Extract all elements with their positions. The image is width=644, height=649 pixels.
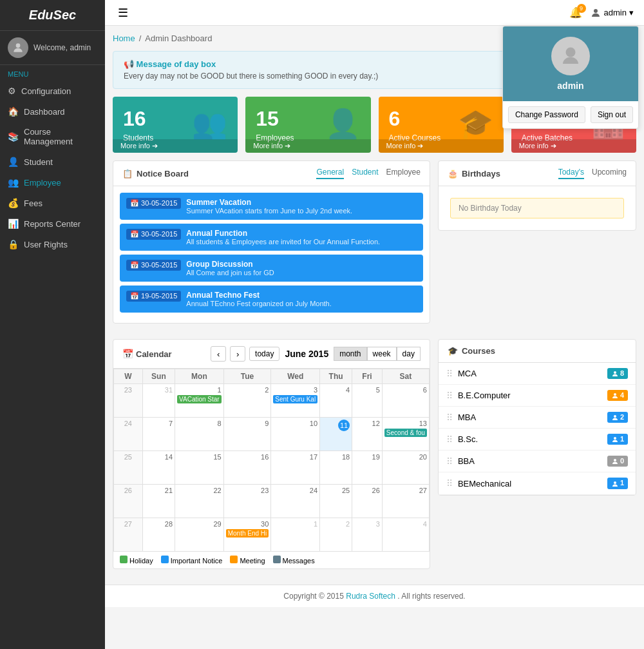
sidebar-item-fees[interactable]: 💰 Fees [0,193,105,213]
course-item-bsc[interactable]: ⠿ B.Sc. 1 [439,429,636,450]
sidebar-item-configuration[interactable]: ⚙ Configuration [0,81,105,101]
calendar-next-button[interactable]: › [230,346,245,362]
week-number: 27 [114,518,143,552]
calendar-day[interactable]: 21 [142,485,175,518]
meeting-color [230,556,238,563]
calendar-day[interactable]: 27 [382,485,429,518]
calendar-icon: 📅 [122,349,133,359]
calendar-day[interactable]: 4 [320,384,352,418]
drag-icon: ⠿ [446,434,453,445]
calendar-day[interactable]: 3Sent Guru Kal [271,384,320,418]
calendar-day[interactable]: 26 [352,485,383,518]
calendar-day[interactable]: 24 [271,485,320,518]
calendar-day[interactable]: 2 [320,518,352,552]
calendar-day[interactable]: 20 [382,451,429,485]
calendar-day[interactable]: 16 [223,451,271,485]
calendar-day[interactable]: 6 [382,384,429,418]
stat-more[interactable]: More info ➔ [379,139,504,153]
sidebar-item-reports-center[interactable]: 📊 Reports Center [0,213,105,234]
course-left: ⠿ B.E.Computer [446,391,511,401]
calendar-day[interactable]: 4 [382,518,429,552]
calendar-day[interactable]: 3 [352,518,383,552]
course-item-becomputer[interactable]: ⠿ B.E.Computer 4 [439,385,636,407]
course-left: ⠿ MBA [446,412,476,423]
change-password-button[interactable]: Change Password [508,106,585,123]
svg-point-0 [16,43,21,48]
calendar-label: Calendar [136,349,172,359]
course-name: BEMechanical [458,479,511,489]
course-left: ⠿ BEMechanical [446,478,511,489]
calendar-day[interactable]: 9 [223,418,271,451]
course-item-bba[interactable]: ⠿ BBA 0 [439,450,636,472]
view-month-button[interactable]: month [334,347,366,361]
admin-popup: admin Change Password Sign out [502,26,639,129]
stat-number: 16 [123,107,153,131]
sidebar-item-label: User Rights [24,240,68,249]
sidebar-item-employee[interactable]: 👥 Employee [0,172,105,193]
calendar-day[interactable]: 2 [223,384,271,418]
sidebar-item-student[interactable]: 👤 Student [0,151,105,172]
view-day-button[interactable]: day [397,347,421,361]
sidebar-item-dashboard[interactable]: 🏠 Dashboard [0,101,105,122]
calendar-day[interactable]: 31 [142,384,175,418]
calendar-nav: ‹ › today [211,346,279,362]
sidebar-user: Welcome, admin [0,31,105,65]
calendar-day[interactable]: 7 [142,418,175,451]
calendar-day[interactable]: 1 [271,518,320,552]
tab-employee[interactable]: Employee [386,168,421,179]
calendar-day[interactable]: 5 [352,384,383,418]
course-item-bemechanical[interactable]: ⠿ BEMechanical 1 [439,472,636,494]
stat-more[interactable]: More info ➔ [245,139,370,153]
calendar-day[interactable]: 17 [271,451,320,485]
view-week-button[interactable]: week [367,347,397,361]
footer-company-link[interactable]: Rudra Softech [346,592,395,601]
calendar-day[interactable]: 12 [352,418,383,451]
sign-out-button[interactable]: Sign out [591,106,633,123]
calendar-day[interactable]: 8 [175,418,224,451]
course-item-mba[interactable]: ⠿ MBA 2 [439,407,636,429]
admin-dropdown[interactable]: admin ▾ [590,7,634,19]
tab-upcoming[interactable]: Upcoming [592,168,627,179]
stat-more[interactable]: More info ➔ [113,139,238,153]
course-name: BBA [458,456,475,466]
calendar-day[interactable]: 19 [352,451,383,485]
calendar-day[interactable]: 30Month End Hi [223,518,271,552]
sidebar-item-course-management[interactable]: 📚 Course Management [0,122,105,151]
course-name: MCA [458,369,477,378]
students-icon: 👥 [192,107,227,140]
menu-toggle-button[interactable]: ☰ [115,5,131,21]
sidebar: EduSec Welcome, admin Menu ⚙ Configurati… [0,0,105,607]
stat-card-employees: 15 Employees 👤 More info ➔ [245,97,370,153]
calendar-day[interactable]: 13Second & fou [382,418,429,451]
calendar-day[interactable]: 28 [142,518,175,552]
tab-general[interactable]: General [316,168,344,179]
stat-more[interactable]: More info ➔ [511,139,636,153]
birthdays-panel: 🎂 Birthdays Today's Upcoming No Birthday… [438,160,636,231]
calendar-day[interactable]: 18 [320,451,352,485]
tab-todays[interactable]: Today's [558,168,584,179]
employee-icon: 👥 [8,177,19,188]
legend-item-messages: Messages [273,556,315,565]
course-item-mca[interactable]: ⠿ MCA 8 [439,363,636,385]
calendar-day-today[interactable]: 11 [320,418,352,451]
admin-popup-buttons: Change Password Sign out [508,106,633,123]
calendar-day[interactable]: 29 [175,518,224,552]
tab-student[interactable]: Student [352,168,378,179]
calendar-today-button[interactable]: today [249,347,279,361]
calendar-prev-button[interactable]: ‹ [211,346,226,362]
calendar-day[interactable]: 1VACation Star [175,384,224,418]
calendar-day[interactable]: 14 [142,451,175,485]
calendar-day[interactable]: 15 [175,451,224,485]
course-left: ⠿ BBA [446,456,475,467]
stat-card-active-courses: 6 Active Courses 🎓 More info ➔ [379,97,504,153]
calendar-day[interactable]: 22 [175,485,224,518]
notice-date: 📅 30-05-2015 [126,260,181,271]
drag-icon: ⠿ [446,412,453,423]
calendar-day[interactable]: 10 [271,418,320,451]
breadcrumb-home[interactable]: Home [113,34,135,43]
calendar-day[interactable]: 23 [223,485,271,518]
admin-popup-header: admin [503,26,638,101]
notification-button[interactable]: 🔔 9 [569,6,582,19]
calendar-day[interactable]: 25 [320,485,352,518]
sidebar-item-user-rights[interactable]: 🔒 User Rights [0,234,105,255]
